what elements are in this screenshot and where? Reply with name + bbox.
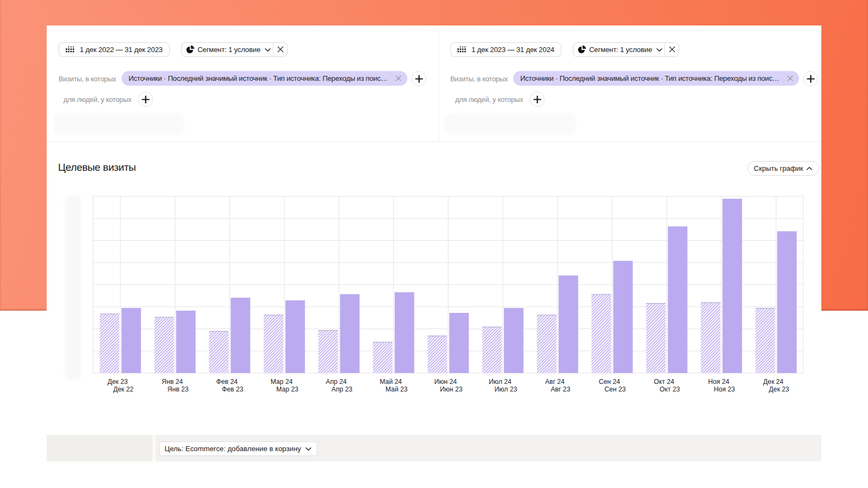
svg-text:Мар 23: Мар 23 xyxy=(276,386,298,393)
svg-text:Дек 23: Дек 23 xyxy=(769,386,789,393)
svg-text:Апр 23: Апр 23 xyxy=(331,386,353,393)
svg-text:Авг 23: Авг 23 xyxy=(551,386,570,393)
svg-text:Июл 24: Июл 24 xyxy=(489,378,512,386)
svg-text:Ноя 24: Ноя 24 xyxy=(708,378,729,386)
svg-text:Дек 22: Дек 22 xyxy=(113,386,134,393)
svg-text:Ноя 23: Ноя 23 xyxy=(714,386,735,393)
svg-text:Май 23: Май 23 xyxy=(386,386,408,393)
svg-text:Авг 24: Авг 24 xyxy=(545,378,565,386)
svg-text:Сен 24: Сен 24 xyxy=(599,378,620,386)
svg-text:Янв 24: Янв 24 xyxy=(162,378,183,386)
svg-text:Апр 24: Апр 24 xyxy=(326,378,347,386)
svg-text:Май 24: Май 24 xyxy=(380,378,402,386)
svg-text:Июн 24: Июн 24 xyxy=(434,378,457,386)
svg-text:Мар 24: Мар 24 xyxy=(271,378,293,386)
svg-text:Июл 23: Июл 23 xyxy=(495,386,518,393)
svg-text:Дек 23: Дек 23 xyxy=(107,378,128,386)
svg-text:Июн 23: Июн 23 xyxy=(440,386,463,393)
svg-text:Янв 23: Янв 23 xyxy=(168,386,189,393)
svg-text:Окт 23: Окт 23 xyxy=(660,386,680,393)
svg-text:Сен 23: Сен 23 xyxy=(604,386,626,393)
svg-text:Дек 24: Дек 24 xyxy=(763,378,784,386)
svg-text:Фев 24: Фев 24 xyxy=(216,378,238,386)
svg-text:Фев 23: Фев 23 xyxy=(222,386,244,393)
svg-text:Окт 24: Окт 24 xyxy=(654,378,674,386)
